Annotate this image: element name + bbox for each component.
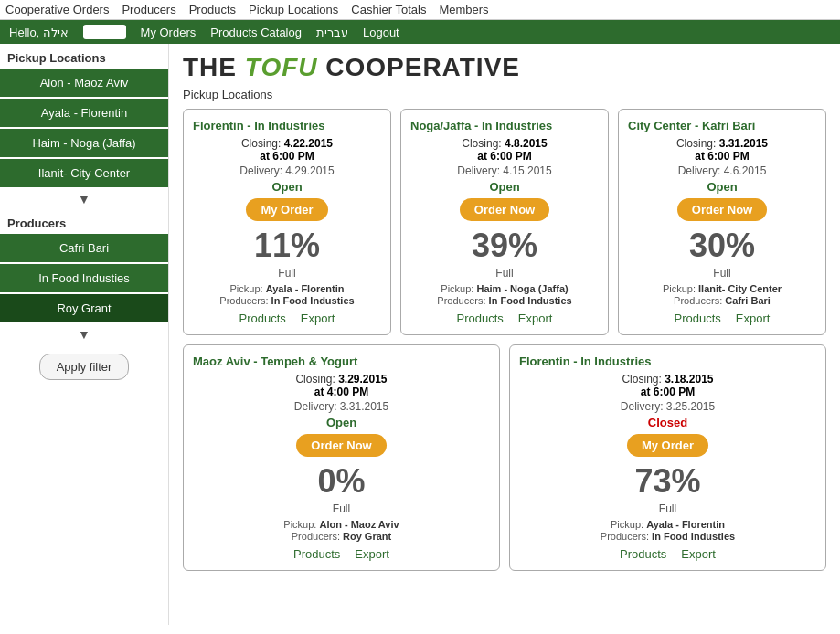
card-full-label: Full: [628, 267, 816, 280]
sidebar-item-alon[interactable]: Alon - Maoz Aviv: [0, 69, 168, 97]
nav-products[interactable]: Products: [189, 3, 236, 16]
card-title: Noga/Jaffa - In Industries: [410, 119, 599, 132]
site-title-tofu: TOFU: [245, 53, 318, 81]
products-link[interactable]: Products: [457, 312, 504, 325]
card-percent: 11%: [193, 227, 381, 265]
card-title: City Center - Kafri Bari: [628, 119, 816, 132]
card-pickup: Pickup: Ayala - Florentin: [519, 519, 816, 530]
card-full-label: Full: [410, 267, 599, 280]
site-title-pre: THE: [183, 53, 245, 81]
card-producers: Producers: Roy Grant: [193, 531, 490, 542]
closing-time: at 4:00 PM: [314, 386, 368, 398]
sidebar-item-cafri[interactable]: Cafri Bari: [0, 234, 168, 262]
card-title: Florentin - In Industries: [519, 354, 816, 368]
card-full-label: Full: [193, 267, 381, 280]
site-title: THE TOFU COOPERATIVE: [183, 53, 826, 82]
hebrew-link[interactable]: עברית: [316, 26, 348, 39]
card-action-button[interactable]: Order Now: [677, 198, 767, 221]
products-link[interactable]: Products: [239, 312, 286, 325]
apply-filter-button[interactable]: Apply filter: [39, 354, 130, 380]
sidebar-item-infood[interactable]: In Food Industies: [0, 264, 168, 292]
card-closing: Closing: 3.29.2015 at 4:00 PM: [193, 373, 490, 398]
card-full-label: Full: [519, 502, 816, 515]
order-card: Florentin - In Industries Closing: 4.22.…: [183, 109, 391, 335]
cards-bottom: Maoz Aviv - Tempeh & Yogurt Closing: 3.2…: [183, 344, 826, 571]
card-percent: 73%: [519, 462, 816, 501]
card-percent: 30%: [628, 227, 816, 265]
sidebar: Pickup Locations Alon - Maoz Aviv Ayala …: [0, 44, 169, 625]
card-action-button[interactable]: My Order: [246, 198, 327, 221]
export-link[interactable]: Export: [736, 312, 771, 325]
products-link[interactable]: Products: [293, 547, 340, 561]
closing-time: at 6:00 PM: [695, 150, 749, 163]
card-links: Products Export: [193, 312, 381, 325]
sidebar-item-haim[interactable]: Haim - Noga (Jaffa): [0, 129, 168, 157]
closing-label: Closing:: [676, 137, 716, 150]
order-card: Florentin - In Industries Closing: 3.18.…: [509, 344, 826, 571]
nav-pickup-locations[interactable]: Pickup Locations: [249, 3, 338, 16]
content-pickup-label: Pickup Locations: [183, 88, 826, 101]
card-links: Products Export: [519, 547, 816, 561]
sidebar-item-roygrant[interactable]: Roy Grant: [0, 294, 168, 322]
nav-members[interactable]: Members: [439, 3, 488, 16]
card-delivery: Delivery: 3.25.2015: [519, 400, 816, 413]
closing-date: 3.29.2015: [338, 373, 387, 386]
export-link[interactable]: Export: [681, 547, 716, 561]
card-delivery: Delivery: 4.15.2015: [410, 164, 599, 177]
card-status: Closed: [519, 416, 816, 429]
logout-link[interactable]: Logout: [363, 26, 399, 39]
card-action-button[interactable]: Order Now: [296, 434, 386, 457]
closing-label: Closing:: [241, 137, 281, 150]
card-closing: Closing: 3.31.2015 at 6:00 PM: [628, 137, 816, 163]
card-producers: Producers: In Food Industies: [519, 531, 816, 542]
card-producers: Producers: In Food Industies: [410, 295, 599, 306]
closing-date: 4.8.2015: [505, 137, 548, 150]
card-delivery: Delivery: 4.29.2015: [193, 164, 381, 177]
closing-date: 4.22.2015: [284, 137, 333, 150]
main-layout: Pickup Locations Alon - Maoz Aviv Ayala …: [0, 44, 840, 625]
closing-date: 3.18.2015: [665, 373, 713, 386]
sidebar-item-ilanit[interactable]: Ilanit- City Center: [0, 159, 168, 187]
producers-chevron[interactable]: ▼: [0, 324, 168, 344]
card-delivery: Delivery: 3.31.2015: [193, 400, 490, 413]
closing-date: 3.31.2015: [719, 137, 768, 150]
card-links: Products Export: [193, 547, 490, 561]
closing-label: Closing:: [462, 137, 501, 150]
card-closing: Closing: 4.8.2015 at 6:00 PM: [410, 137, 599, 163]
card-title: Florentin - In Industries: [193, 119, 381, 132]
closing-time: at 6:00 PM: [260, 150, 314, 163]
site-title-post: COOPERATIVE: [317, 53, 520, 81]
card-full-label: Full: [193, 502, 490, 515]
export-link[interactable]: Export: [518, 312, 553, 325]
order-card: Noga/Jaffa - In Industries Closing: 4.8.…: [400, 109, 609, 335]
card-percent: 0%: [193, 462, 490, 501]
export-link[interactable]: Export: [301, 312, 335, 325]
closing-time: at 6:00 PM: [641, 386, 695, 398]
products-link[interactable]: Products: [620, 547, 666, 561]
card-status: Open: [628, 180, 816, 194]
card-status: Open: [193, 180, 381, 194]
card-status: Open: [410, 180, 599, 194]
card-pickup: Pickup: Ayala - Florentin: [193, 283, 381, 294]
cards-grid: Florentin - In Industries Closing: 4.22.…: [183, 109, 826, 335]
sidebar-item-ayala[interactable]: Ayala - Florentin: [0, 99, 168, 127]
nav-producers[interactable]: Producers: [122, 3, 175, 16]
card-percent: 39%: [410, 227, 599, 265]
closing-label: Closing:: [295, 373, 335, 386]
card-action-button[interactable]: Order Now: [460, 198, 549, 221]
content-area: THE TOFU COOPERATIVE Pickup Locations Fl…: [169, 44, 840, 625]
my-orders-link[interactable]: My Orders: [141, 26, 197, 39]
top-navigation: Cooperative Orders Producers Products Pi…: [0, 0, 840, 20]
nav-cashier-totals[interactable]: Cashier Totals: [351, 3, 426, 16]
export-link[interactable]: Export: [355, 547, 389, 561]
card-producers: Producers: Cafri Bari: [628, 295, 816, 306]
card-action-button[interactable]: My Order: [627, 434, 708, 457]
products-link[interactable]: Products: [675, 312, 721, 325]
products-catalog-link[interactable]: Products Catalog: [210, 26, 302, 39]
pickup-chevron[interactable]: ▼: [0, 189, 168, 209]
hello-text: Hello, אילה: [9, 26, 69, 39]
card-pickup: Pickup: Ilanit- City Center: [628, 283, 816, 294]
card-links: Products Export: [410, 312, 599, 325]
nav-cooperative-orders[interactable]: Cooperative Orders: [5, 3, 109, 16]
order-card: City Center - Kafri Bari Closing: 3.31.2…: [618, 109, 826, 335]
